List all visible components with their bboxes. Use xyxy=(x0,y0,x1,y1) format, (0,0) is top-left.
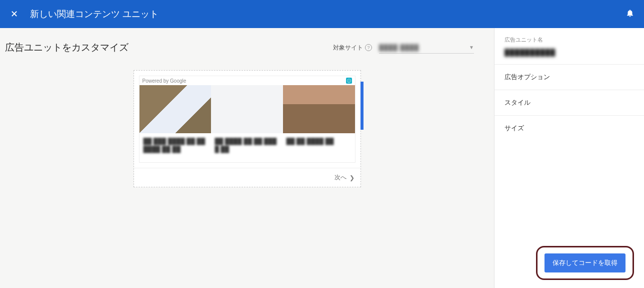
notification-bell-icon[interactable] xyxy=(624,9,636,20)
unit-name-label: 広告ユニット名 xyxy=(504,36,634,44)
preview-thumbnails xyxy=(140,85,355,133)
ad-preview-card: Powered by Google ⓘ ██ ███ ████ ██ █████… xyxy=(134,70,361,187)
close-icon[interactable]: ✕ xyxy=(8,9,20,20)
unit-name-value[interactable]: ██████████ xyxy=(504,49,634,56)
main-panel: 広告ユニットをカスタマイズ 対象サイト ? ████ ████ ▼ Powere… xyxy=(0,28,494,288)
page-title: 新しい関連コンテンツ ユニット xyxy=(30,8,158,20)
preview-thumb xyxy=(140,85,212,133)
target-site-value: ████ ████ xyxy=(379,44,419,51)
chevron-right-icon: ❯ xyxy=(350,174,354,181)
preview-thumb xyxy=(283,85,355,133)
target-site-row: 対象サイト ? ████ ████ ▼ xyxy=(333,42,474,54)
powered-by-label: Powered by Google xyxy=(142,78,186,84)
settings-sidebar: 広告ユニット名 ██████████ 広告オプション スタイル サイズ 保存して… xyxy=(494,28,644,288)
next-button[interactable]: 次へ ❯ xyxy=(134,168,360,187)
adchoices-icon[interactable]: ⓘ xyxy=(346,78,352,84)
preview-caption: ██ ████ ██ ██ ████ ██ xyxy=(215,137,280,153)
next-label: 次へ xyxy=(334,173,346,182)
chevron-down-icon: ▼ xyxy=(469,45,474,50)
preview-thumb xyxy=(211,85,283,133)
sidebar-item-ad-options[interactable]: 広告オプション xyxy=(494,64,644,90)
sidebar-item-size[interactable]: サイズ xyxy=(494,115,644,141)
preview-caption: ██ ██ ████ ██ xyxy=(286,137,351,153)
save-highlight-frame: 保存してコードを取得 xyxy=(536,246,634,280)
scroll-handle[interactable] xyxy=(360,82,364,130)
sidebar-item-style[interactable]: スタイル xyxy=(494,90,644,115)
header-bar: ✕ 新しい関連コンテンツ ユニット xyxy=(0,0,644,28)
help-icon[interactable]: ? xyxy=(365,44,372,51)
target-site-select[interactable]: ████ ████ ▼ xyxy=(379,42,474,54)
save-and-get-code-button[interactable]: 保存してコードを取得 xyxy=(544,253,626,272)
customize-heading: 広告ユニットをカスタマイズ xyxy=(5,41,128,54)
target-site-label: 対象サイト xyxy=(333,44,363,52)
preview-caption: ██ ███ ████ ██ ██████ ██ ██ xyxy=(144,137,208,153)
